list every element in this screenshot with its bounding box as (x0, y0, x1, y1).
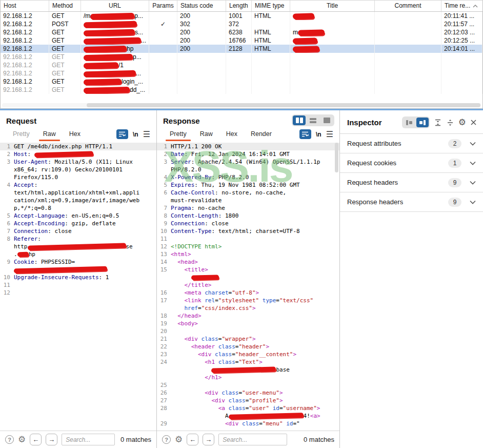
search-settings-gear-icon[interactable]: ⚙ (18, 435, 26, 444)
redacted-text (191, 275, 219, 280)
inspector-section-request-cookies[interactable]: Request cookies1 (340, 153, 483, 173)
prev-match-button[interactable]: ← (30, 434, 42, 445)
redacted-text (84, 70, 136, 77)
inspector-dock-left-button[interactable] (403, 118, 415, 127)
editor-line: 6Accept-Encoding: gzip, deflate (0, 220, 156, 227)
table-row[interactable]: 92.168.1.2POST✓30237220:11:57 ... (1, 20, 482, 28)
request-search-input[interactable] (62, 434, 115, 445)
search-settings-gear-icon[interactable]: ⚙ (175, 435, 183, 444)
table-row[interactable]: 92.168.1.2GETdd_... (1, 86, 482, 94)
collapse-all-icon[interactable] (446, 119, 454, 127)
text-segment: : PHP/8.2.0 (211, 174, 249, 181)
editor-menu-icon[interactable]: ☰ (326, 130, 333, 139)
prev-match-button[interactable]: ← (187, 434, 198, 445)
text-segment: must-revalidate (171, 197, 222, 204)
line-number (157, 366, 167, 374)
column-header[interactable]: Method (49, 1, 81, 11)
text-segment: > (252, 305, 256, 311)
column-header[interactable]: URL (81, 1, 149, 11)
layout-columns-button[interactable] (293, 115, 306, 125)
expand-all-icon[interactable] (434, 119, 442, 127)
line-content: <head> (171, 258, 198, 266)
line-number: 11 (0, 281, 10, 289)
help-icon[interactable]: ? (5, 435, 14, 444)
newline-toggle[interactable]: \n (316, 131, 321, 138)
layout-single-button[interactable] (320, 115, 333, 125)
text-segment: Server (171, 159, 191, 165)
column-header[interactable]: Params (149, 1, 177, 11)
tab-pretty[interactable]: Pretty (163, 127, 193, 141)
text-segment: > (259, 359, 263, 365)
table-row[interactable]: 92.168.1.2GETs...2006238HTMLm20:12:03 ..… (1, 28, 482, 36)
redacted-text (27, 243, 126, 250)
editor-line: 7Pragma: no-cache (157, 204, 339, 212)
editor-line: 13<html> (157, 250, 339, 258)
inspector-close-icon[interactable] (470, 119, 477, 126)
cell-time (441, 77, 482, 86)
text-segment: href (185, 305, 198, 311)
next-match-button[interactable]: → (203, 434, 214, 445)
column-header-label: MIME type (255, 1, 284, 11)
inspector-section-request-attributes[interactable]: Request attributes2 (340, 134, 483, 153)
column-header[interactable]: Title (290, 1, 375, 11)
response-search-input[interactable] (218, 434, 287, 445)
cell-url: p... (81, 53, 149, 61)
line-number: 12 (0, 289, 10, 297)
newline-toggle[interactable]: \n (133, 131, 138, 138)
text-segment: rel (202, 297, 215, 304)
text-segment: GET /me4db/index.php HTTP/1.1 (14, 143, 112, 150)
cell-status (177, 69, 226, 77)
column-header[interactable]: Status code (177, 1, 226, 11)
line-content: Referer: (14, 235, 41, 243)
tab-hex[interactable]: Hex (63, 127, 87, 141)
cell-params: ✓ (149, 20, 177, 28)
text-segment: class (198, 336, 218, 342)
text-segment: class (238, 420, 259, 427)
line-number: 10 (0, 274, 10, 281)
tab-render[interactable]: Render (244, 127, 278, 141)
table-row[interactable]: 92.168.1.2GET/1 (1, 61, 482, 69)
vertical-scrollbar-thumb[interactable] (335, 143, 338, 172)
tab-hex[interactable]: Hex (219, 127, 244, 141)
cell-mime: HTML (252, 28, 290, 36)
wrap-toggle-button[interactable] (116, 129, 128, 139)
inspector-section-response-headers[interactable]: Response headers9 (340, 192, 483, 212)
text-segment: hp (127, 45, 133, 52)
text-segment: = (232, 351, 235, 358)
table-row[interactable]: 92.168.1.2GET...20016766HTML20:12:25 ... (1, 36, 482, 45)
line-number: 9 (157, 220, 167, 227)
text-segment: base (276, 366, 290, 373)
tab-raw[interactable]: Raw (193, 127, 219, 141)
column-header[interactable]: MIME type (252, 1, 290, 11)
layout-rows-button[interactable] (307, 115, 319, 125)
table-row[interactable]: 92.168.1.2GETp... (1, 53, 482, 61)
wrap-toggle-button[interactable] (299, 129, 311, 139)
table-row[interactable]: 92.168.1.2GEThp2002128HTML20:14:01 ... (1, 45, 482, 53)
next-match-button[interactable]: → (46, 434, 57, 445)
inspector-dock-right-button[interactable] (416, 118, 429, 127)
inspector-settings-icon[interactable]: ⚙ (458, 118, 466, 127)
editor-line: href="css/index.css"> (157, 304, 339, 312)
column-header[interactable]: Host (1, 1, 49, 11)
line-number: 8 (157, 212, 167, 220)
cell-time (441, 86, 482, 94)
cell-comment (375, 36, 441, 45)
editor-menu-icon[interactable]: ☰ (143, 130, 150, 139)
column-header[interactable]: Comment (375, 1, 441, 11)
tab-raw[interactable]: Raw (36, 127, 63, 141)
editor-line: 4X-Powered-By: PHP/8.2.0 (157, 173, 339, 181)
table-row[interactable]: 92.168.1.2GET/mp...2001001HTML20:11:41 .… (1, 12, 482, 20)
table-row[interactable]: 92.168.1.2GET... (1, 69, 482, 77)
request-editor[interactable]: 1GET /me4db/index.php HTTP/1.12Host: 3Us… (0, 141, 156, 431)
response-editor[interactable]: 1HTTP/1.1 200 OK2Date: Fri, 12 Jan 2024 … (157, 141, 339, 431)
column-header[interactable]: Length (226, 1, 252, 11)
line-content: <h1 class="Text"> (171, 358, 263, 366)
inspector-section-request-headers[interactable]: Request headers9 (340, 173, 483, 192)
table-row[interactable]: 92.168.1.2GETlogin_... (1, 77, 482, 86)
tab-pretty[interactable]: Pretty (6, 127, 36, 141)
cell-status: 302 (177, 20, 226, 28)
text-segment: : (34, 182, 38, 188)
horizontal-scrollbar-thumb[interactable] (87, 103, 480, 107)
help-icon[interactable]: ? (162, 435, 171, 444)
column-header[interactable]: Time re... (441, 1, 482, 11)
